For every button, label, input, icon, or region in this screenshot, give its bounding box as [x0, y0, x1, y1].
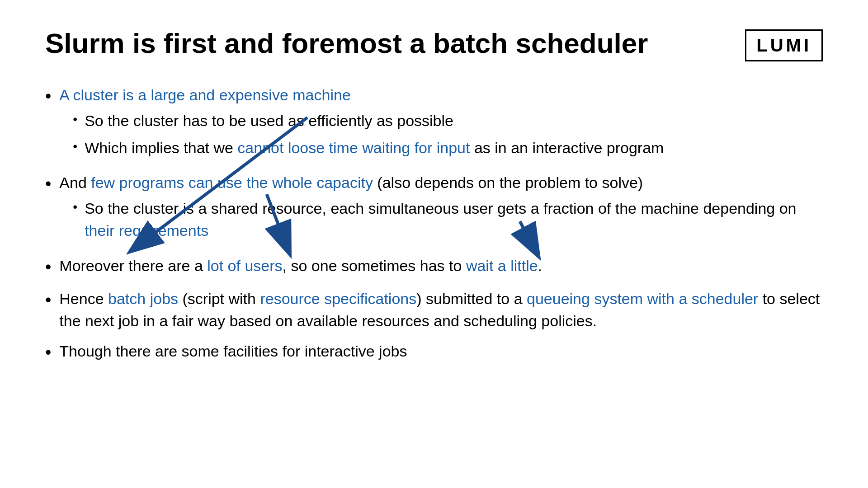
lumi-logo: LUMI	[745, 29, 823, 61]
bullet-dot: •	[45, 255, 51, 280]
highlight-text: their requirements	[85, 222, 208, 239]
list-item-content: So the cluster is a shared resource, eac…	[85, 197, 823, 242]
highlight-text: batch jobs	[108, 290, 178, 307]
highlight-text: lot of users	[207, 257, 282, 274]
list-item-content: And few programs can use the whole capac…	[59, 172, 823, 247]
list-item-content: A cluster is a large and expensive machi…	[59, 84, 823, 164]
bullet-dot: •	[45, 340, 51, 365]
highlight-text: wait a little	[466, 257, 538, 274]
bullet-text: Though there are some facilities for int…	[59, 343, 407, 360]
bullet-text: as in an interactive program	[470, 139, 664, 156]
list-item-content: So the cluster has to be used as efficie…	[85, 110, 823, 132]
bullet-text: A cluster is a large and expensive machi…	[59, 86, 350, 103]
list-item-content: Though there are some facilities for int…	[59, 340, 823, 362]
highlight-text: few programs can use the whole capacity	[91, 174, 373, 191]
bullet-text: , so one sometimes has to	[283, 257, 466, 274]
bullet-dot: •	[45, 84, 51, 109]
list-item-content: Which implies that we cannot loose time …	[85, 137, 823, 159]
slide-header: Slurm is first and foremost a batch sche…	[45, 27, 823, 61]
highlight-text: queueing system with a scheduler	[527, 290, 758, 307]
list-item-content: Hence batch jobs (script with resource s…	[59, 288, 823, 333]
list-item-content: Moreover there are a lot of users, so on…	[59, 255, 823, 277]
slide: Slurm is first and foremost a batch sche…	[0, 0, 868, 488]
bullet-text: And	[59, 174, 91, 191]
bullet-text: .	[538, 257, 542, 274]
list-item: • A cluster is a large and expensive mac…	[45, 84, 823, 164]
list-item: • So the cluster is a shared resource, e…	[59, 197, 823, 242]
bullet-dot: •	[45, 172, 51, 197]
list-item: • And few programs can use the whole cap…	[45, 172, 823, 247]
bullet-text: Hence	[59, 290, 108, 307]
bullet-dot: •	[73, 197, 77, 216]
bullet-text: So the cluster has to be used as efficie…	[85, 112, 453, 129]
sub-bullet-list: • So the cluster is a shared resource, e…	[59, 197, 823, 242]
list-item: • Though there are some facilities for i…	[45, 340, 823, 365]
slide-title: Slurm is first and foremost a batch sche…	[45, 27, 648, 59]
list-item: • Which implies that we cannot loose tim…	[59, 137, 823, 159]
list-item: • Moreover there are a lot of users, so …	[45, 255, 823, 280]
list-item: • So the cluster has to be used as effic…	[59, 110, 823, 132]
highlight-text: resource specifications	[260, 290, 416, 307]
highlight-text: cannot loose time waiting for input	[237, 139, 470, 156]
bullet-dot: •	[45, 288, 51, 313]
main-bullet-list: • A cluster is a large and expensive mac…	[45, 84, 823, 366]
bullet-dot: •	[73, 110, 77, 129]
bullet-text: Which implies that we	[85, 139, 237, 156]
bullet-text: ) submitted to a	[416, 290, 527, 307]
list-item: • Hence batch jobs (script with resource…	[45, 288, 823, 333]
bullet-text: Moreover there are a	[59, 257, 207, 274]
sub-bullet-list: • So the cluster has to be used as effic…	[59, 110, 823, 159]
bullet-text: (script with	[178, 290, 260, 307]
bullet-text: (also depends on the problem to solve)	[373, 174, 643, 191]
slide-content: • A cluster is a large and expensive mac…	[45, 84, 823, 366]
bullet-dot: •	[73, 137, 77, 156]
bullet-text: So the cluster is a shared resource, eac…	[85, 200, 796, 217]
